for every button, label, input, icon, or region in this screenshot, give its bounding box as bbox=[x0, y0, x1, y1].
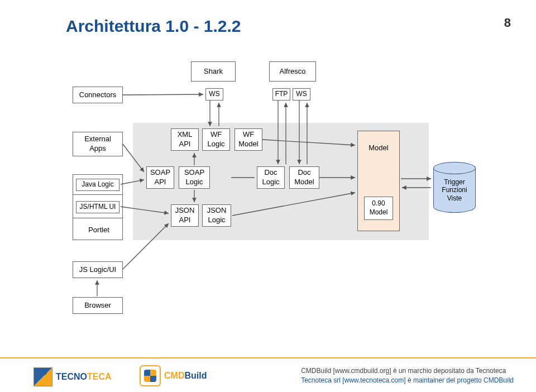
page-title: Architettura 1.0 - 1.2.2 bbox=[66, 17, 241, 36]
box-alfresco: Alfresco bbox=[269, 61, 316, 82]
db-top bbox=[433, 162, 476, 174]
db-body: Trigger Funzioni Viste bbox=[433, 168, 476, 213]
box-json-logic: JSON Logic bbox=[202, 204, 231, 227]
box-connectors: Connectors bbox=[73, 87, 123, 103]
box-ftp: FTP bbox=[272, 88, 290, 101]
page-number: 8 bbox=[504, 16, 511, 30]
cmdbuild-part2: Build bbox=[184, 371, 207, 380]
portlet-container bbox=[73, 174, 123, 240]
logo-cmdbuild: CMDBuild bbox=[140, 365, 207, 386]
box-js-logic-ui: JS Logic/UI bbox=[73, 261, 123, 278]
svg-line-0 bbox=[123, 94, 203, 95]
footer-line-2: Tecnoteca srl [www.tecnoteca.com] è main… bbox=[301, 376, 514, 385]
box-doc-logic: Doc Logic bbox=[257, 166, 285, 189]
slide-root: Architettura 1.0 - 1.2.2 8 Shark Alfresc… bbox=[0, 0, 536, 392]
box-xml-api: XML API bbox=[171, 128, 199, 151]
box-sub-model: 0.90 Model bbox=[364, 197, 393, 220]
tecnoteca-name: TECNOTECA bbox=[56, 372, 112, 382]
box-browser: Browser bbox=[73, 297, 123, 314]
logo-tecnoteca: TECNOTECA bbox=[34, 367, 112, 386]
box-ws-2: WS bbox=[293, 88, 310, 101]
cmdbuild-icon bbox=[140, 365, 161, 386]
box-soap-logic: SOAP Logic bbox=[179, 166, 210, 189]
footer-text: CMDBuild [www.cmdbuild.org] è un marchio… bbox=[301, 366, 514, 385]
box-soap-api: SOAP API bbox=[146, 166, 174, 189]
box-external-apps: External Apps bbox=[73, 132, 123, 156]
db-label: Trigger Funzioni Viste bbox=[442, 178, 467, 202]
tecnoteca-icon bbox=[34, 367, 52, 386]
box-doc-model: Doc Model bbox=[289, 166, 319, 189]
box-shark: Shark bbox=[191, 61, 236, 82]
box-ws-1: WS bbox=[205, 88, 223, 101]
footer-line-1: CMDBuild [www.cmdbuild.org] è un marchio… bbox=[301, 366, 514, 376]
tecnoteca-part2: TECA bbox=[87, 372, 112, 381]
tecnoteca-part1: TECNO bbox=[56, 372, 87, 381]
label-model: Model bbox=[368, 144, 388, 153]
footer: TECNOTECA CMDBuild CMDBuild [www.cmdbuil… bbox=[0, 357, 536, 392]
box-wf-model: WF Model bbox=[234, 128, 262, 151]
box-wf-logic: WF Logic bbox=[202, 128, 230, 151]
db-cylinder: Trigger Funzioni Viste bbox=[433, 162, 476, 213]
box-json-api: JSON API bbox=[171, 204, 199, 227]
cmdbuild-name: CMDBuild bbox=[164, 371, 207, 381]
cmdbuild-part1: CMD bbox=[164, 371, 184, 380]
